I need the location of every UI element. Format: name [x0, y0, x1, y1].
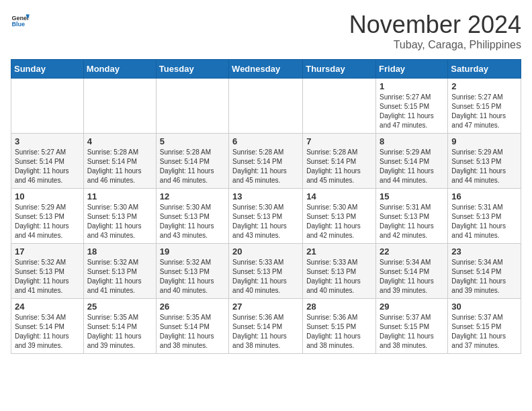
- col-header-thursday: Thursday: [303, 60, 376, 79]
- calendar-cell: 20Sunrise: 5:33 AM Sunset: 5:13 PM Dayli…: [229, 244, 303, 299]
- day-number: 25: [87, 302, 152, 312]
- page-header: General Blue November 2024 Tubay, Caraga…: [11, 11, 521, 51]
- day-number: 5: [160, 136, 225, 146]
- day-number: 11: [87, 191, 152, 201]
- calendar-cell: 16Sunrise: 5:31 AM Sunset: 5:13 PM Dayli…: [448, 189, 521, 244]
- calendar-cell: 21Sunrise: 5:33 AM Sunset: 5:13 PM Dayli…: [303, 244, 376, 299]
- calendar-cell: 17Sunrise: 5:32 AM Sunset: 5:13 PM Dayli…: [11, 244, 84, 299]
- calendar-cell: 13Sunrise: 5:30 AM Sunset: 5:13 PM Dayli…: [229, 189, 303, 244]
- calendar-cell: [11, 79, 84, 134]
- col-header-monday: Monday: [83, 60, 156, 79]
- cell-info: Sunrise: 5:29 AM Sunset: 5:13 PM Dayligh…: [15, 203, 80, 240]
- calendar-cell: [303, 79, 376, 134]
- day-number: 8: [380, 136, 444, 146]
- cell-info: Sunrise: 5:30 AM Sunset: 5:13 PM Dayligh…: [160, 203, 225, 240]
- calendar-cell: 4Sunrise: 5:28 AM Sunset: 5:14 PM Daylig…: [83, 134, 156, 189]
- logo-icon: General Blue: [11, 11, 30, 30]
- col-header-tuesday: Tuesday: [156, 60, 228, 79]
- cell-info: Sunrise: 5:29 AM Sunset: 5:13 PM Dayligh…: [451, 148, 517, 185]
- calendar-cell: [156, 79, 228, 134]
- day-number: 12: [160, 191, 225, 201]
- calendar-cell: 18Sunrise: 5:32 AM Sunset: 5:13 PM Dayli…: [83, 244, 156, 299]
- day-number: 22: [380, 246, 444, 257]
- day-number: 1: [380, 81, 444, 91]
- calendar-cell: 19Sunrise: 5:32 AM Sunset: 5:13 PM Dayli…: [156, 244, 228, 299]
- cell-info: Sunrise: 5:35 AM Sunset: 5:14 PM Dayligh…: [87, 313, 152, 351]
- day-number: 17: [15, 246, 80, 257]
- cell-info: Sunrise: 5:28 AM Sunset: 5:14 PM Dayligh…: [306, 148, 372, 185]
- calendar-cell: 12Sunrise: 5:30 AM Sunset: 5:13 PM Dayli…: [156, 189, 228, 244]
- calendar-week-row: 1Sunrise: 5:27 AM Sunset: 5:15 PM Daylig…: [11, 79, 521, 134]
- calendar-cell: 23Sunrise: 5:34 AM Sunset: 5:14 PM Dayli…: [448, 244, 521, 299]
- calendar-cell: 26Sunrise: 5:35 AM Sunset: 5:14 PM Dayli…: [156, 299, 228, 354]
- calendar-cell: [229, 79, 303, 134]
- cell-info: Sunrise: 5:29 AM Sunset: 5:14 PM Dayligh…: [380, 148, 444, 185]
- day-number: 23: [451, 246, 517, 257]
- cell-info: Sunrise: 5:31 AM Sunset: 5:13 PM Dayligh…: [380, 203, 444, 240]
- calendar-cell: 1Sunrise: 5:27 AM Sunset: 5:15 PM Daylig…: [376, 79, 448, 134]
- cell-info: Sunrise: 5:28 AM Sunset: 5:14 PM Dayligh…: [87, 148, 152, 185]
- calendar-week-row: 17Sunrise: 5:32 AM Sunset: 5:13 PM Dayli…: [11, 244, 521, 299]
- cell-info: Sunrise: 5:35 AM Sunset: 5:14 PM Dayligh…: [160, 313, 225, 351]
- calendar-cell: 2Sunrise: 5:27 AM Sunset: 5:15 PM Daylig…: [448, 79, 521, 134]
- calendar-week-row: 3Sunrise: 5:27 AM Sunset: 5:14 PM Daylig…: [11, 134, 521, 189]
- calendar-cell: [83, 79, 156, 134]
- calendar-week-row: 24Sunrise: 5:34 AM Sunset: 5:14 PM Dayli…: [11, 299, 521, 354]
- day-number: 16: [451, 191, 517, 201]
- day-number: 7: [306, 136, 372, 146]
- cell-info: Sunrise: 5:27 AM Sunset: 5:15 PM Dayligh…: [451, 93, 517, 130]
- cell-info: Sunrise: 5:37 AM Sunset: 5:15 PM Dayligh…: [380, 313, 444, 351]
- col-header-friday: Friday: [376, 60, 448, 79]
- title-block: November 2024 Tubay, Caraga, Philippines: [349, 11, 521, 51]
- day-number: 14: [306, 191, 372, 201]
- cell-info: Sunrise: 5:30 AM Sunset: 5:13 PM Dayligh…: [232, 203, 299, 240]
- location: Tubay, Caraga, Philippines: [349, 39, 521, 51]
- cell-info: Sunrise: 5:32 AM Sunset: 5:13 PM Dayligh…: [15, 258, 80, 295]
- cell-info: Sunrise: 5:36 AM Sunset: 5:15 PM Dayligh…: [306, 313, 372, 351]
- calendar-cell: 6Sunrise: 5:28 AM Sunset: 5:14 PM Daylig…: [229, 134, 303, 189]
- calendar-header-row: SundayMondayTuesdayWednesdayThursdayFrid…: [11, 60, 521, 79]
- day-number: 9: [451, 136, 517, 146]
- calendar-cell: 14Sunrise: 5:30 AM Sunset: 5:13 PM Dayli…: [303, 189, 376, 244]
- logo: General Blue: [11, 11, 30, 30]
- calendar-cell: 11Sunrise: 5:30 AM Sunset: 5:13 PM Dayli…: [83, 189, 156, 244]
- cell-info: Sunrise: 5:32 AM Sunset: 5:13 PM Dayligh…: [87, 258, 152, 295]
- calendar-cell: 8Sunrise: 5:29 AM Sunset: 5:14 PM Daylig…: [376, 134, 448, 189]
- cell-info: Sunrise: 5:34 AM Sunset: 5:14 PM Dayligh…: [380, 258, 444, 295]
- calendar-table: SundayMondayTuesdayWednesdayThursdayFrid…: [11, 59, 521, 354]
- day-number: 15: [380, 191, 444, 201]
- calendar-cell: 7Sunrise: 5:28 AM Sunset: 5:14 PM Daylig…: [303, 134, 376, 189]
- day-number: 28: [306, 302, 372, 312]
- day-number: 27: [232, 302, 299, 312]
- cell-info: Sunrise: 5:30 AM Sunset: 5:13 PM Dayligh…: [87, 203, 152, 240]
- cell-info: Sunrise: 5:34 AM Sunset: 5:14 PM Dayligh…: [451, 258, 517, 295]
- calendar-cell: 10Sunrise: 5:29 AM Sunset: 5:13 PM Dayli…: [11, 189, 84, 244]
- calendar-week-row: 10Sunrise: 5:29 AM Sunset: 5:13 PM Dayli…: [11, 189, 521, 244]
- col-header-sunday: Sunday: [11, 60, 84, 79]
- cell-info: Sunrise: 5:36 AM Sunset: 5:14 PM Dayligh…: [232, 313, 299, 351]
- day-number: 30: [451, 302, 517, 312]
- calendar-cell: 9Sunrise: 5:29 AM Sunset: 5:13 PM Daylig…: [448, 134, 521, 189]
- day-number: 3: [15, 136, 80, 146]
- calendar-cell: 22Sunrise: 5:34 AM Sunset: 5:14 PM Dayli…: [376, 244, 448, 299]
- calendar-cell: 27Sunrise: 5:36 AM Sunset: 5:14 PM Dayli…: [229, 299, 303, 354]
- cell-info: Sunrise: 5:33 AM Sunset: 5:13 PM Dayligh…: [232, 258, 299, 295]
- day-number: 19: [160, 246, 225, 257]
- day-number: 4: [87, 136, 152, 146]
- day-number: 26: [160, 302, 225, 312]
- cell-info: Sunrise: 5:30 AM Sunset: 5:13 PM Dayligh…: [306, 203, 372, 240]
- cell-info: Sunrise: 5:34 AM Sunset: 5:14 PM Dayligh…: [15, 313, 80, 351]
- calendar-cell: 28Sunrise: 5:36 AM Sunset: 5:15 PM Dayli…: [303, 299, 376, 354]
- calendar-cell: 15Sunrise: 5:31 AM Sunset: 5:13 PM Dayli…: [376, 189, 448, 244]
- day-number: 24: [15, 302, 80, 312]
- calendar-cell: 29Sunrise: 5:37 AM Sunset: 5:15 PM Dayli…: [376, 299, 448, 354]
- cell-info: Sunrise: 5:32 AM Sunset: 5:13 PM Dayligh…: [160, 258, 225, 295]
- col-header-wednesday: Wednesday: [229, 60, 303, 79]
- calendar-cell: 25Sunrise: 5:35 AM Sunset: 5:14 PM Dayli…: [83, 299, 156, 354]
- cell-info: Sunrise: 5:37 AM Sunset: 5:15 PM Dayligh…: [451, 313, 517, 351]
- cell-info: Sunrise: 5:31 AM Sunset: 5:13 PM Dayligh…: [451, 203, 517, 240]
- day-number: 20: [232, 246, 299, 257]
- calendar-cell: 30Sunrise: 5:37 AM Sunset: 5:15 PM Dayli…: [448, 299, 521, 354]
- cell-info: Sunrise: 5:28 AM Sunset: 5:14 PM Dayligh…: [160, 148, 225, 185]
- day-number: 21: [306, 246, 372, 257]
